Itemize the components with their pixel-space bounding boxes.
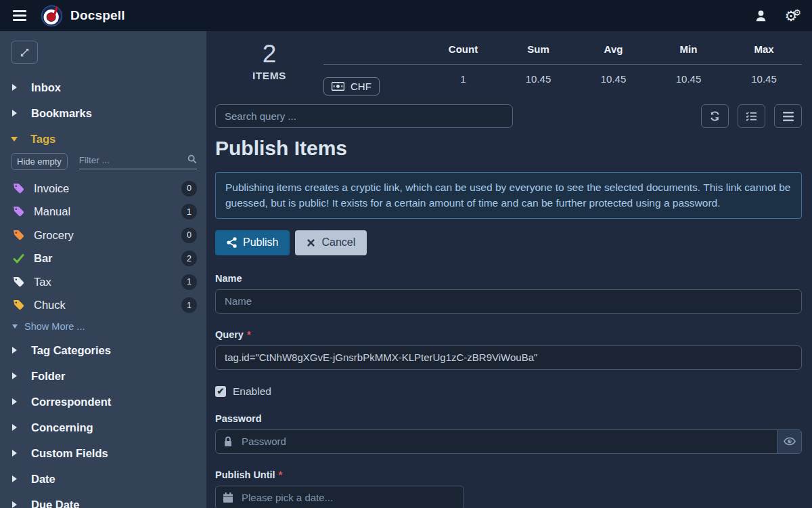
tag-row-chuck[interactable]: Chuck 1 bbox=[11, 294, 197, 318]
sidebar-item-concerning[interactable]: Concerning bbox=[11, 415, 197, 440]
items-count-label: ITEMS bbox=[215, 70, 323, 82]
lock-icon bbox=[223, 436, 233, 447]
currency-badge: CHF bbox=[323, 77, 380, 96]
password-input[interactable] bbox=[215, 429, 802, 454]
sidebar: Inbox Bookmarks Tags Hide empty Invoice … bbox=[0, 31, 206, 508]
required-marker: * bbox=[279, 469, 283, 480]
tag-row-bar[interactable]: Bar 2 bbox=[11, 247, 197, 271]
app-title: Docspell bbox=[70, 8, 125, 23]
search-icon bbox=[187, 154, 197, 167]
refresh-button[interactable] bbox=[701, 104, 729, 128]
sidebar-item-correspondent[interactable]: Correspondent bbox=[11, 389, 197, 415]
name-input[interactable] bbox=[215, 289, 802, 314]
cell-max: 10.45 bbox=[726, 65, 802, 96]
sidebar-item-bookmarks[interactable]: Bookmarks bbox=[11, 100, 197, 126]
user-icon[interactable] bbox=[754, 9, 767, 22]
share-icon bbox=[227, 237, 237, 248]
col-header-max: Max bbox=[726, 39, 802, 65]
col-header-count: Count bbox=[426, 39, 501, 65]
table-row: CHF bbox=[323, 65, 426, 96]
task-list-icon bbox=[746, 111, 757, 121]
tag-count-badge: 1 bbox=[181, 297, 197, 313]
page-title: Publish Items bbox=[215, 137, 802, 160]
chevron-down-icon bbox=[12, 324, 18, 329]
tag-filter-input[interactable] bbox=[79, 155, 187, 165]
tag-filter bbox=[79, 154, 197, 169]
hamburger-menu-icon[interactable] bbox=[11, 7, 28, 24]
query-input[interactable] bbox=[215, 345, 802, 370]
tag-count-badge: 0 bbox=[181, 228, 197, 243]
caret-right-icon bbox=[12, 373, 17, 379]
tag-count-badge: 2 bbox=[181, 251, 197, 266]
name-label: Name bbox=[215, 273, 802, 284]
search-query-input[interactable] bbox=[215, 104, 513, 128]
caret-right-icon bbox=[12, 475, 17, 482]
caret-right-icon bbox=[12, 84, 17, 91]
tag-icon bbox=[13, 183, 24, 194]
collapse-sidebar-button[interactable] bbox=[11, 41, 38, 64]
publish-button[interactable]: Publish bbox=[215, 230, 290, 255]
col-header-min: Min bbox=[651, 39, 726, 65]
caret-right-icon bbox=[12, 110, 17, 117]
money-bill-icon bbox=[332, 82, 344, 91]
tag-row-manual[interactable]: Manual 1 bbox=[11, 200, 197, 224]
tag-row-invoice[interactable]: Invoice 0 bbox=[11, 177, 197, 200]
sidebar-item-date[interactable]: Date bbox=[11, 466, 197, 492]
stats-summary: 2 ITEMS Count Sum Avg Min Max CHF bbox=[215, 39, 802, 96]
sidebar-item-due-date[interactable]: Due Date bbox=[11, 492, 197, 508]
main-content: 2 ITEMS Count Sum Avg Min Max CHF bbox=[206, 31, 812, 508]
query-label: Query * bbox=[215, 329, 802, 340]
caret-right-icon bbox=[12, 424, 17, 431]
caret-right-icon bbox=[12, 398, 17, 405]
tag-icon bbox=[13, 299, 24, 311]
tag-count-badge: 1 bbox=[181, 274, 197, 290]
list-view-button[interactable] bbox=[738, 104, 765, 128]
items-count: 2 bbox=[215, 41, 323, 68]
sidebar-item-inbox[interactable]: Inbox bbox=[11, 75, 197, 100]
check-icon bbox=[13, 253, 24, 264]
sidebar-item-tag-categories[interactable]: Tag Categories bbox=[11, 337, 197, 363]
sidebar-item-tags[interactable]: Tags bbox=[11, 126, 197, 152]
cell-avg: 10.45 bbox=[576, 65, 651, 96]
show-more-tags[interactable]: Show More ... bbox=[11, 317, 197, 336]
publish-until-date-input[interactable] bbox=[215, 486, 464, 508]
caret-right-icon bbox=[12, 450, 17, 457]
close-icon bbox=[307, 238, 315, 247]
enabled-label: Enabled bbox=[233, 385, 271, 398]
caret-right-icon bbox=[12, 501, 17, 508]
currency-stats-table: Count Sum Avg Min Max CHF 1 10.45 10.45 bbox=[323, 39, 802, 96]
tag-count-badge: 0 bbox=[181, 181, 197, 196]
menu-button[interactable] bbox=[774, 104, 802, 128]
required-marker: * bbox=[247, 329, 251, 340]
tag-count-badge: 1 bbox=[181, 204, 197, 219]
cancel-button[interactable]: Cancel bbox=[295, 230, 367, 255]
docspell-logo bbox=[41, 5, 63, 27]
toggle-password-visibility-button[interactable] bbox=[777, 429, 802, 454]
cell-sum: 10.45 bbox=[501, 65, 576, 96]
hide-empty-button[interactable]: Hide empty bbox=[11, 153, 68, 170]
tag-icon bbox=[13, 230, 24, 241]
tag-icon bbox=[13, 276, 24, 288]
caret-right-icon bbox=[12, 347, 17, 354]
tag-row-tax[interactable]: Tax 1 bbox=[11, 270, 197, 294]
top-navbar: Docspell ⚙⚙ bbox=[0, 0, 812, 31]
password-label: Password bbox=[215, 413, 802, 424]
enabled-checkbox[interactable]: ✔ bbox=[215, 386, 226, 397]
bars-icon bbox=[783, 112, 794, 121]
cell-count: 1 bbox=[426, 65, 501, 96]
tag-row-grocery[interactable]: Grocery 0 bbox=[11, 224, 197, 247]
caret-down-icon bbox=[11, 137, 18, 142]
settings-gears-icon[interactable]: ⚙⚙ bbox=[785, 9, 801, 23]
publish-info-message: Publishing items creates a cryptic link,… bbox=[215, 172, 802, 219]
eye-icon bbox=[784, 437, 796, 446]
enabled-checkbox-row[interactable]: ✔ Enabled bbox=[215, 385, 802, 398]
publish-until-label: Publish Until * bbox=[215, 469, 802, 480]
refresh-icon bbox=[709, 110, 721, 122]
tag-icon bbox=[13, 206, 24, 217]
col-header-avg: Avg bbox=[576, 39, 651, 65]
sidebar-item-custom-fields[interactable]: Custom Fields bbox=[11, 440, 197, 466]
calendar-icon bbox=[223, 492, 233, 503]
sidebar-item-folder[interactable]: Folder bbox=[11, 363, 197, 389]
col-header-sum: Sum bbox=[501, 39, 576, 65]
cell-min: 10.45 bbox=[651, 65, 726, 96]
